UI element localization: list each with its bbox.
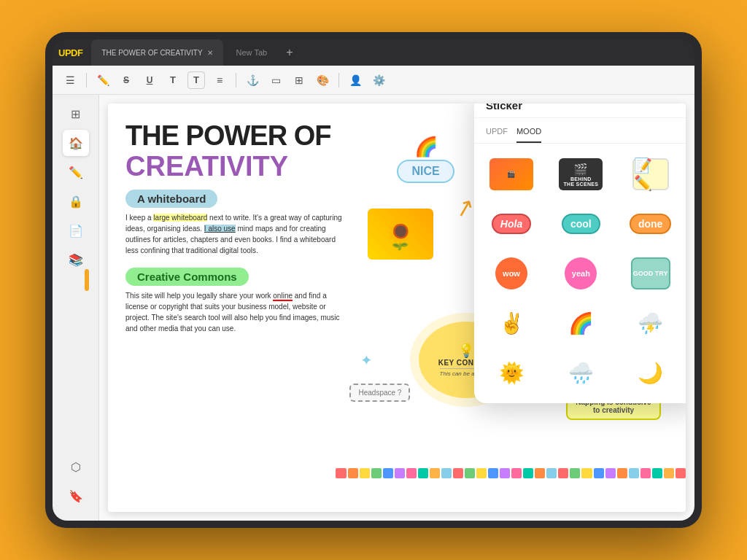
candy-segment (476, 468, 487, 478)
sticker-goodtry[interactable]: GOOD TRY (625, 252, 676, 295)
sticker-behind-scenes[interactable]: 🎬 BEHINDTHE SCENES (555, 152, 606, 196)
cool-sticker-label: cool (562, 214, 600, 234)
sticker-rain[interactable]: 🌧️ (555, 351, 606, 394)
updf-logo: UPDF (58, 47, 82, 58)
sidebar-icon-edit[interactable]: ✏️ (63, 159, 89, 185)
candy-segment (640, 468, 651, 478)
sticker-tabs: UPDF MOOD (474, 118, 686, 144)
lightbulb-icon: 💡 (458, 343, 474, 359)
candy-segment (605, 468, 616, 478)
film-sticker-label: 🎬 (489, 158, 533, 190)
candy-segment (523, 468, 533, 478)
toolbar-list-icon[interactable]: ≡ (211, 71, 228, 89)
candy-segment (383, 468, 393, 478)
candy-segment (488, 468, 498, 478)
body-text-2: This site will help you legally share yo… (125, 290, 346, 334)
toolbar-rect-icon[interactable]: ▭ (267, 71, 285, 89)
toolbar-text-icon[interactable]: T (164, 71, 182, 89)
candy-segment (441, 468, 452, 478)
sidebar-icon-grid[interactable]: ⊞ (63, 101, 89, 127)
highlight-whiteboard: large whiteboard (153, 214, 207, 222)
sticker-notepad[interactable]: 📝✏️ (625, 152, 676, 196)
candy-segment (406, 468, 417, 478)
candy-segment (652, 468, 662, 478)
left-accent (85, 269, 89, 291)
candy-segment (664, 468, 674, 478)
pdf-title-main: THE POWER OF (125, 121, 346, 152)
toolbar-underline-icon[interactable]: U (141, 71, 158, 89)
sidebar-icon-bookmark[interactable]: 🔖 (63, 483, 89, 509)
highlight-also-use: I also use (204, 225, 236, 233)
new-tab[interactable]: New Tab (226, 45, 278, 60)
tab-mood[interactable]: MOOD (516, 124, 541, 143)
sidebar-bottom: ⬡ 🔖 (63, 454, 89, 515)
toolbar-pen-icon[interactable]: ✏️ (94, 71, 112, 89)
toolbar-strikethrough-icon[interactable]: S (117, 71, 135, 89)
add-tab-button[interactable]: + (280, 46, 298, 59)
creative-commons-badge: Creative Commons (125, 268, 249, 286)
tab-close-button[interactable]: ✕ (207, 49, 213, 57)
scenes-sticker-label: 🎬 BEHINDTHE SCENES (559, 158, 603, 190)
sticker-panel-title: Sticker (474, 104, 686, 118)
tablet-frame: UPDF THE POWER OF CREATIVITY ✕ New Tab +… (45, 32, 702, 528)
rainbow-sticker: 🌈 NICE (397, 136, 454, 183)
sidebar-icon-book[interactable]: 📚 (63, 246, 89, 273)
whiteboard-badge: A whiteboard (125, 190, 217, 208)
yeah-sticker-label: yeah (565, 257, 597, 289)
toolbar-anchor-icon[interactable]: ⚓ (244, 71, 261, 89)
sticker-hola[interactable]: Hola (486, 202, 537, 246)
sticker-cloud-lightning[interactable]: ⛈️ (625, 301, 676, 345)
candy-segment (546, 468, 557, 478)
sidebar-icon-home[interactable]: 🏠 (63, 130, 89, 156)
toolbar-grid-icon[interactable]: ⊞ (290, 71, 308, 89)
star-sticker: ✦ (360, 351, 373, 369)
candy-segment (336, 468, 346, 478)
toolbar-color-icon[interactable]: 🎨 (314, 71, 331, 89)
sticker-wow[interactable]: wow (486, 252, 537, 295)
candy-segment (629, 468, 639, 478)
candy-segment (558, 468, 568, 478)
pdf-title-sub: CREATIVITY (125, 152, 346, 182)
sticker-sun[interactable]: 🌞 (486, 351, 537, 394)
sidebar-icon-layers[interactable]: ⬡ (63, 454, 89, 480)
underline-online: online (273, 292, 293, 301)
rainbow-emoji: 🌈 (397, 136, 454, 158)
sidebar-icon-page[interactable]: 📄 (63, 217, 89, 244)
toolbar-settings-icon[interactable]: ⚙️ (370, 71, 387, 89)
content-area: THE POWER OF CREATIVITY A whiteboard I k… (99, 95, 694, 521)
candy-segment (676, 468, 686, 478)
toolbar-divider-1 (86, 73, 87, 88)
candy-segment (360, 468, 370, 478)
sticker-panel: Sticker UPDF MOOD 🎬 (474, 104, 686, 403)
sticker-rainbow[interactable]: 🌈 (555, 301, 606, 345)
main-area: ⊞ 🏠 ✏️ 🔒 📄 📚 ⬡ 🔖 THE POWER OF CREATIVIT (53, 95, 694, 521)
sunflower-image: 🌻 (368, 209, 433, 260)
candy-segment (465, 468, 475, 478)
tablet-inner: UPDF THE POWER OF CREATIVITY ✕ New Tab +… (53, 39, 694, 521)
sticker-moon[interactable]: 🌙 (625, 351, 676, 394)
candy-segment (594, 468, 604, 478)
toolbar-menu-icon[interactable]: ☰ (61, 71, 79, 89)
sidebar-icon-lock[interactable]: 🔒 (63, 188, 89, 214)
sticker-grid: 🎬 🎬 BEHINDTHE SCENES 📝✏️ (474, 144, 686, 403)
sticker-done[interactable]: done (625, 202, 676, 246)
toolbar: ☰ ✏️ S U T T ≡ ⚓ ▭ ⊞ 🎨 👤 ⚙️ (53, 66, 694, 95)
sticker-cool[interactable]: cool (555, 202, 606, 246)
headspace-box: Headspace ? (349, 384, 410, 402)
active-tab[interactable]: THE POWER OF CREATIVITY ✕ (91, 39, 222, 66)
sticker-yeah[interactable]: yeah (555, 252, 606, 295)
tab-bar: UPDF THE POWER OF CREATIVITY ✕ New Tab + (53, 39, 694, 66)
candy-segment (581, 468, 592, 478)
sticker-peace[interactable]: ✌️ (486, 301, 537, 345)
nice-label: NICE (397, 160, 454, 183)
candy-segment (395, 468, 405, 478)
active-tab-label: THE POWER OF CREATIVITY (101, 49, 202, 57)
left-sidebar: ⊞ 🏠 ✏️ 🔒 📄 📚 ⬡ 🔖 (53, 95, 99, 521)
candy-segment (371, 468, 382, 478)
tab-updf[interactable]: UPDF (486, 124, 508, 143)
toolbar-user-icon[interactable]: 👤 (347, 71, 364, 89)
candy-segment (430, 468, 440, 478)
sticker-film[interactable]: 🎬 (486, 152, 537, 196)
goodtry-sticker-label: GOOD TRY (631, 257, 670, 289)
toolbar-text-alt-icon[interactable]: T (187, 71, 205, 89)
